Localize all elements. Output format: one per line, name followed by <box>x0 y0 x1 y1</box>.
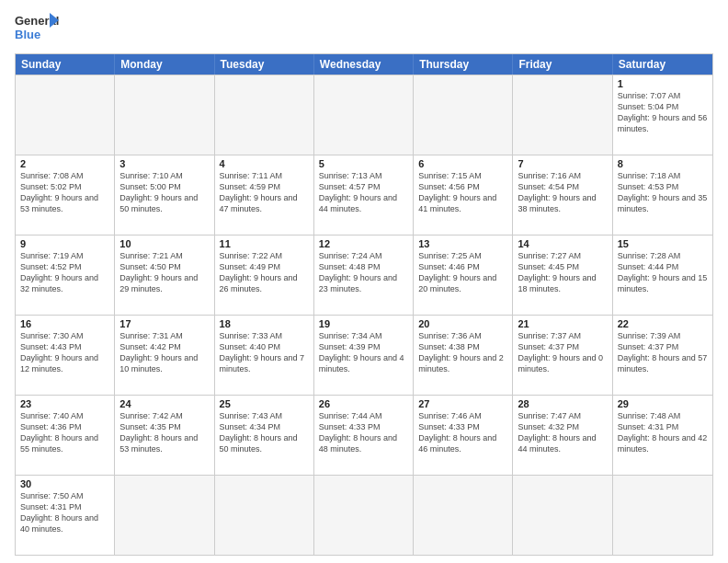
calendar-cell <box>414 75 513 155</box>
cell-info-text: Sunrise: 7:42 AM Sunset: 4:35 PM Dayligh… <box>119 410 209 455</box>
calendar-cell: 2Sunrise: 7:08 AM Sunset: 5:02 PM Daylig… <box>16 155 115 235</box>
calendar-row: 16Sunrise: 7:30 AM Sunset: 4:43 PM Dayli… <box>16 315 712 395</box>
cell-info-text: Sunrise: 7:08 AM Sunset: 5:02 PM Dayligh… <box>20 170 109 215</box>
cell-info-text: Sunrise: 7:21 AM Sunset: 4:50 PM Dayligh… <box>119 250 209 295</box>
calendar-cell: 14Sunrise: 7:27 AM Sunset: 4:45 PM Dayli… <box>513 236 612 315</box>
calendar-cell: 5Sunrise: 7:13 AM Sunset: 4:57 PM Daylig… <box>314 155 414 235</box>
cell-info-text: Sunrise: 7:27 AM Sunset: 4:45 PM Dayligh… <box>518 250 607 295</box>
cell-date-number: 21 <box>518 318 607 329</box>
cell-info-text: Sunrise: 7:36 AM Sunset: 4:38 PM Dayligh… <box>418 330 507 375</box>
cell-date-number: 17 <box>119 318 209 329</box>
calendar-cell: 15Sunrise: 7:28 AM Sunset: 4:44 PM Dayli… <box>613 236 712 315</box>
calendar-cell: 25Sunrise: 7:43 AM Sunset: 4:34 PM Dayli… <box>215 396 314 475</box>
cell-info-text: Sunrise: 7:13 AM Sunset: 4:57 PM Dayligh… <box>319 170 408 215</box>
calendar-cell <box>215 75 314 155</box>
cell-date-number: 24 <box>119 398 209 409</box>
calendar-cell <box>16 75 115 155</box>
cell-info-text: Sunrise: 7:43 AM Sunset: 4:34 PM Dayligh… <box>220 410 309 455</box>
calendar-cell <box>215 476 314 555</box>
cell-date-number: 2 <box>20 158 109 169</box>
cell-date-number: 12 <box>319 238 408 249</box>
calendar-cell <box>513 75 612 155</box>
cell-date-number: 23 <box>20 398 109 409</box>
cell-info-text: Sunrise: 7:25 AM Sunset: 4:46 PM Dayligh… <box>418 250 507 295</box>
calendar-cell: 9Sunrise: 7:19 AM Sunset: 4:52 PM Daylig… <box>16 236 115 315</box>
svg-text:Blue: Blue <box>15 28 40 41</box>
calendar-cell: 10Sunrise: 7:21 AM Sunset: 4:50 PM Dayli… <box>115 236 214 315</box>
cell-info-text: Sunrise: 7:28 AM Sunset: 4:44 PM Dayligh… <box>618 250 708 295</box>
calendar-cell: 11Sunrise: 7:22 AM Sunset: 4:49 PM Dayli… <box>215 236 314 315</box>
cell-info-text: Sunrise: 7:11 AM Sunset: 4:59 PM Dayligh… <box>220 170 309 215</box>
cell-info-text: Sunrise: 7:34 AM Sunset: 4:39 PM Dayligh… <box>319 330 408 375</box>
calendar-header-cell: Monday <box>115 54 214 75</box>
calendar-cell: 12Sunrise: 7:24 AM Sunset: 4:48 PM Dayli… <box>314 236 414 315</box>
cell-date-number: 22 <box>618 318 708 329</box>
cell-info-text: Sunrise: 7:15 AM Sunset: 4:56 PM Dayligh… <box>418 170 507 215</box>
cell-date-number: 9 <box>20 238 109 249</box>
calendar-cell <box>414 476 513 555</box>
cell-info-text: Sunrise: 7:31 AM Sunset: 4:42 PM Dayligh… <box>119 330 209 375</box>
cell-date-number: 1 <box>618 78 708 89</box>
cell-date-number: 15 <box>618 238 708 249</box>
cell-date-number: 26 <box>319 398 408 409</box>
calendar-header-cell: Sunday <box>16 54 115 75</box>
cell-date-number: 8 <box>618 158 708 169</box>
header: General Blue <box>15 11 713 46</box>
calendar-cell: 3Sunrise: 7:10 AM Sunset: 5:00 PM Daylig… <box>115 155 214 235</box>
calendar-row: 1Sunrise: 7:07 AM Sunset: 5:04 PM Daylig… <box>16 75 712 155</box>
calendar-cell: 20Sunrise: 7:36 AM Sunset: 4:38 PM Dayli… <box>414 316 513 395</box>
calendar-cell: 23Sunrise: 7:40 AM Sunset: 4:36 PM Dayli… <box>16 396 115 475</box>
calendar-header-cell: Friday <box>513 54 612 75</box>
logo: General Blue <box>15 11 61 46</box>
cell-date-number: 16 <box>20 318 109 329</box>
calendar-cell: 4Sunrise: 7:11 AM Sunset: 4:59 PM Daylig… <box>215 155 314 235</box>
cell-date-number: 4 <box>220 158 309 169</box>
calendar-header: SundayMondayTuesdayWednesdayThursdayFrid… <box>16 54 712 75</box>
calendar-cell: 18Sunrise: 7:33 AM Sunset: 4:40 PM Dayli… <box>215 316 314 395</box>
cell-info-text: Sunrise: 7:40 AM Sunset: 4:36 PM Dayligh… <box>20 410 109 455</box>
generalblue-logo-icon: General Blue <box>15 11 61 46</box>
page: General Blue SundayMondayTuesdayWednesda… <box>0 0 728 563</box>
calendar-cell: 26Sunrise: 7:44 AM Sunset: 4:33 PM Dayli… <box>314 396 414 475</box>
calendar-cell <box>314 476 414 555</box>
calendar-cell <box>314 75 414 155</box>
calendar-cell: 28Sunrise: 7:47 AM Sunset: 4:32 PM Dayli… <box>513 396 612 475</box>
calendar-header-cell: Wednesday <box>314 54 414 75</box>
cell-date-number: 20 <box>418 318 507 329</box>
cell-date-number: 10 <box>119 238 209 249</box>
cell-date-number: 7 <box>518 158 607 169</box>
calendar-cell: 27Sunrise: 7:46 AM Sunset: 4:33 PM Dayli… <box>414 396 513 475</box>
calendar-cell <box>613 476 712 555</box>
cell-date-number: 28 <box>518 398 607 409</box>
cell-date-number: 6 <box>418 158 507 169</box>
cell-info-text: Sunrise: 7:44 AM Sunset: 4:33 PM Dayligh… <box>319 410 408 455</box>
calendar-cell: 19Sunrise: 7:34 AM Sunset: 4:39 PM Dayli… <box>314 316 414 395</box>
calendar-cell: 6Sunrise: 7:15 AM Sunset: 4:56 PM Daylig… <box>414 155 513 235</box>
calendar-cell <box>115 476 214 555</box>
calendar-cell: 16Sunrise: 7:30 AM Sunset: 4:43 PM Dayli… <box>16 316 115 395</box>
cell-date-number: 14 <box>518 238 607 249</box>
calendar-cell: 1Sunrise: 7:07 AM Sunset: 5:04 PM Daylig… <box>613 75 712 155</box>
cell-date-number: 29 <box>618 398 708 409</box>
calendar: SundayMondayTuesdayWednesdayThursdayFrid… <box>15 53 713 556</box>
calendar-cell: 24Sunrise: 7:42 AM Sunset: 4:35 PM Dayli… <box>115 396 214 475</box>
calendar-header-cell: Tuesday <box>215 54 314 75</box>
cell-date-number: 3 <box>119 158 209 169</box>
calendar-cell: 17Sunrise: 7:31 AM Sunset: 4:42 PM Dayli… <box>115 316 214 395</box>
cell-date-number: 25 <box>220 398 309 409</box>
calendar-header-cell: Saturday <box>613 54 712 75</box>
calendar-row: 2Sunrise: 7:08 AM Sunset: 5:02 PM Daylig… <box>16 155 712 235</box>
cell-info-text: Sunrise: 7:46 AM Sunset: 4:33 PM Dayligh… <box>418 410 507 455</box>
cell-info-text: Sunrise: 7:37 AM Sunset: 4:37 PM Dayligh… <box>518 330 607 375</box>
cell-date-number: 27 <box>418 398 507 409</box>
cell-info-text: Sunrise: 7:24 AM Sunset: 4:48 PM Dayligh… <box>319 250 408 295</box>
cell-info-text: Sunrise: 7:07 AM Sunset: 5:04 PM Dayligh… <box>618 90 708 135</box>
calendar-cell: 21Sunrise: 7:37 AM Sunset: 4:37 PM Dayli… <box>513 316 612 395</box>
cell-date-number: 18 <box>220 318 309 329</box>
cell-info-text: Sunrise: 7:48 AM Sunset: 4:31 PM Dayligh… <box>618 410 708 455</box>
calendar-cell: 30Sunrise: 7:50 AM Sunset: 4:31 PM Dayli… <box>16 476 115 555</box>
cell-date-number: 13 <box>418 238 507 249</box>
cell-info-text: Sunrise: 7:16 AM Sunset: 4:54 PM Dayligh… <box>518 170 607 215</box>
calendar-row: 23Sunrise: 7:40 AM Sunset: 4:36 PM Dayli… <box>16 395 712 475</box>
calendar-cell: 22Sunrise: 7:39 AM Sunset: 4:37 PM Dayli… <box>613 316 712 395</box>
